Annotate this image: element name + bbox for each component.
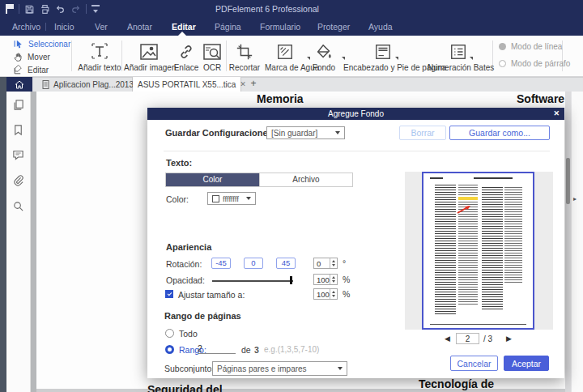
tool-seleccionar[interactable]: Seleccionar: [13, 39, 70, 49]
preview-highlight: [458, 197, 478, 200]
preview-next-icon[interactable]: ▶: [506, 334, 512, 343]
opacity-slider[interactable]: [212, 280, 293, 282]
save-icon[interactable]: [24, 4, 35, 15]
title-bar: PDFelement 6 Professional: [0, 0, 583, 18]
percent-label: %: [343, 289, 350, 299]
rotation-preset-0[interactable]: 0: [244, 258, 263, 269]
doc-heading-software: Software: [517, 92, 564, 105]
home-button[interactable]: [6, 77, 32, 92]
tool-editar[interactable]: Editar: [13, 65, 49, 75]
subconjuntos-select[interactable]: Páginas pares e impares: [212, 361, 347, 376]
radio-filled-icon: [499, 43, 506, 50]
radio-modo-linea[interactable]: Modo de línea: [499, 42, 562, 51]
spinner-arrows[interactable]: [330, 258, 337, 268]
cancelar-button[interactable]: Cancelar: [450, 356, 498, 371]
percent-label: %: [343, 275, 350, 284]
todo-radio[interactable]: [165, 329, 174, 338]
doc-heading-seguridad: Seguridad del: [147, 383, 223, 392]
right-edge-panel: ▸: [571, 92, 583, 392]
spinner-arrows[interactable]: [330, 289, 337, 299]
btn-recortar[interactable]: Recortar: [228, 40, 262, 72]
btn-encabezado-pie[interactable]: Encabezado y Pie de página: [343, 40, 423, 72]
menu-ayuda[interactable]: Ayuda: [368, 18, 393, 36]
menu-pagina[interactable]: Página: [215, 18, 241, 36]
tab-aplicacion-plag[interactable]: Aplicacion Plag...2013 ✕: [37, 77, 133, 92]
radio-modo-parrafo[interactable]: Modo de párrafo: [499, 59, 570, 68]
menu-formulario[interactable]: Formulario: [260, 18, 300, 36]
rotation-spinner[interactable]: 0: [313, 258, 338, 269]
quick-access-toolbar: [5, 0, 100, 18]
bookmarks-icon[interactable]: [12, 124, 24, 136]
menu-proteger[interactable]: Proteger: [317, 18, 350, 36]
btn-anadir-texto[interactable]: Añadir texto: [76, 40, 123, 72]
texto-source-tabs: Color Archivo: [165, 173, 353, 187]
btn-ocr[interactable]: OCR: [198, 40, 227, 72]
btn-anadir-imagen[interactable]: Añadir imagen: [124, 40, 174, 72]
color-select[interactable]: ffffffff: [207, 192, 256, 205]
new-tab-button[interactable]: +: [247, 77, 260, 92]
preview-text-column: [435, 185, 456, 316]
watermark-icon: [276, 43, 294, 61]
preview-text-column: [504, 187, 522, 283]
left-edge-strip: [0, 77, 6, 392]
agregue-fondo-dialog: Agregue Fondo ✕ Guardar Configuraciones:…: [147, 108, 564, 378]
borrar-button[interactable]: Borrar: [399, 126, 446, 140]
dropdown-caret-icon: [395, 57, 398, 60]
link-icon: [177, 43, 195, 61]
sidebar-splitter[interactable]: [31, 92, 36, 392]
degree-label: °: [343, 258, 346, 268]
tab-color[interactable]: Color: [166, 173, 259, 186]
qat-divider: [19, 4, 19, 14]
rango-input[interactable]: [198, 343, 236, 354]
btn-numeracion-bates[interactable]: Numeración Bates: [428, 40, 489, 72]
menu-anotar[interactable]: Anotar: [127, 18, 152, 36]
opacity-spinner[interactable]: 100: [313, 274, 338, 285]
btn-fondo[interactable]: Fondo: [308, 40, 340, 72]
print-icon[interactable]: [40, 4, 50, 15]
tool-mover[interactable]: Mover: [13, 52, 50, 62]
qat-divider: [86, 4, 87, 14]
menu-archivo[interactable]: Archivo: [12, 18, 40, 36]
fit-size-spinner[interactable]: 100: [313, 288, 338, 300]
subconjuntos-label: Subconjuntos: [164, 364, 216, 373]
vertical-scrollbar[interactable]: [565, 92, 571, 392]
save-config-select[interactable]: [Sin guardar]: [266, 126, 345, 139]
preview-text: [474, 177, 513, 179]
rango-radio[interactable]: [165, 345, 174, 354]
ajustar-label: Ajustar tamaño a:: [178, 290, 245, 300]
radio-empty-icon: [499, 60, 506, 67]
page-thumbnails-icon[interactable]: [12, 99, 24, 111]
preview-page-input[interactable]: [456, 333, 479, 344]
tab-archivo[interactable]: Archivo: [259, 173, 352, 186]
rotation-preset-neg45[interactable]: -45: [211, 258, 231, 269]
guardar-como-button[interactable]: Guardar como...: [449, 126, 550, 140]
spinner-arrows[interactable]: [330, 275, 337, 284]
dropdown-caret-icon: [335, 131, 340, 134]
search-icon[interactable]: [12, 200, 24, 212]
tab-close-icon[interactable]: ✕: [240, 80, 246, 88]
undo-icon[interactable]: [55, 4, 66, 15]
customize-toolbar-icon[interactable]: [91, 4, 100, 14]
rotation-preset-45[interactable]: 45: [276, 258, 296, 269]
ajustar-checkbox[interactable]: [165, 290, 173, 298]
ribbon-divider: [71, 40, 72, 71]
menu-inicio[interactable]: Inicio: [54, 18, 74, 36]
btn-marca-de-agua[interactable]: Marca de Agua: [265, 40, 305, 72]
background-bucket-icon: [314, 43, 334, 61]
redo-icon[interactable]: [70, 4, 81, 15]
attachments-icon[interactable]: [12, 174, 24, 186]
comments-icon[interactable]: [12, 149, 24, 161]
opacity-slider-handle[interactable]: [290, 276, 292, 284]
dialog-title: Agregue Fondo: [147, 108, 564, 120]
preview-page: [422, 172, 534, 330]
preview-prev-icon[interactable]: ◀: [445, 334, 450, 343]
menu-ver[interactable]: Ver: [95, 18, 108, 36]
tab-asus-portatil[interactable]: ASUS PORTATIL X55...tica ✕: [133, 77, 241, 92]
dialog-close-icon[interactable]: ✕: [553, 108, 560, 120]
add-image-icon: [139, 43, 159, 61]
doc-heading-tecnologia: Tecnología de: [419, 377, 494, 390]
aceptar-button[interactable]: Aceptar: [504, 356, 549, 371]
edit-pencil-icon: [13, 65, 23, 75]
scrollbar-thumb[interactable]: [566, 158, 570, 204]
right-panel-expand-icon[interactable]: ▸: [573, 195, 577, 202]
